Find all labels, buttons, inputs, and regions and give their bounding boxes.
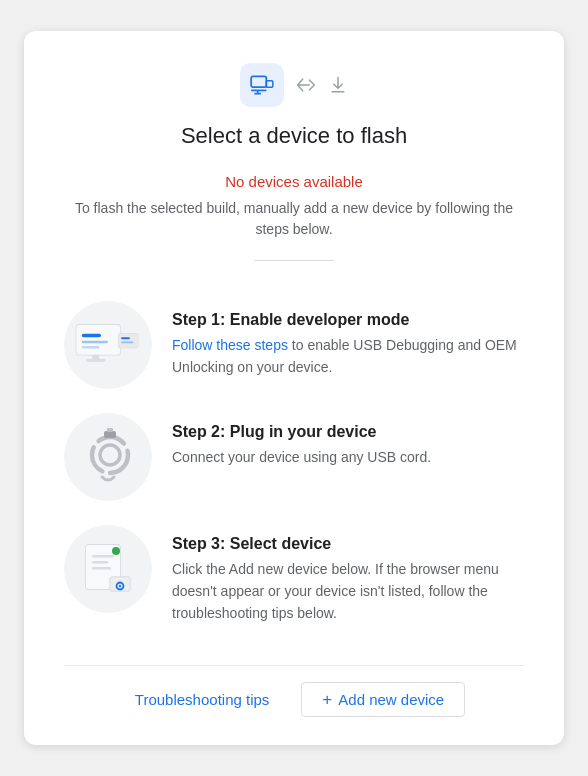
svg-point-17	[100, 445, 120, 465]
step-1-desc: Follow these steps to enable USB Debuggi…	[172, 335, 524, 378]
follow-steps-link[interactable]: Follow these steps	[172, 337, 288, 353]
svg-rect-13	[119, 334, 138, 348]
troubleshooting-button[interactable]: Troubleshooting tips	[123, 683, 282, 716]
divider	[254, 260, 334, 261]
step-3-title: Step 3: Select device	[172, 535, 524, 553]
svg-rect-18	[104, 431, 116, 438]
step-3-desc: Click the Add new device below. If the b…	[172, 559, 524, 624]
svg-rect-8	[82, 341, 108, 344]
svg-rect-23	[92, 561, 108, 564]
svg-rect-15	[121, 342, 133, 344]
step-3: Step 3: Select device Click the Add new …	[64, 513, 524, 636]
step-1-icon	[64, 301, 152, 389]
step-2-icon	[64, 413, 152, 501]
svg-point-25	[112, 547, 120, 555]
add-device-button[interactable]: + Add new device	[301, 682, 465, 717]
plus-icon: +	[322, 691, 332, 708]
step-2-desc: Connect your device using any USB cord.	[172, 447, 524, 469]
device-icon	[240, 63, 284, 107]
svg-rect-7	[82, 334, 101, 338]
svg-rect-1	[266, 81, 273, 88]
steps-list: Step 1: Enable developer mode Follow the…	[64, 289, 524, 636]
add-device-label: Add new device	[338, 691, 444, 708]
svg-point-16	[92, 437, 128, 473]
download-icon	[328, 75, 348, 95]
page-title: Select a device to flash	[64, 123, 524, 149]
step-1-content: Step 1: Enable developer mode Follow the…	[172, 301, 524, 378]
arrow-icon	[296, 75, 316, 95]
svg-rect-11	[86, 359, 105, 362]
step-2-title: Step 2: Plug in your device	[172, 423, 524, 441]
no-devices-status: No devices available	[64, 173, 524, 190]
step-3-content: Step 3: Select device Click the Add new …	[172, 525, 524, 624]
svg-rect-6	[77, 325, 121, 355]
step-3-icon	[64, 525, 152, 613]
svg-rect-9	[82, 346, 100, 349]
svg-rect-24	[92, 567, 111, 570]
svg-rect-19	[107, 428, 113, 432]
no-devices-description: To flash the selected build, manually ad…	[64, 198, 524, 240]
footer: Troubleshooting tips + Add new device	[64, 665, 524, 717]
svg-rect-14	[121, 338, 130, 340]
svg-point-29	[119, 585, 121, 587]
svg-rect-22	[92, 555, 114, 558]
step-2: Step 2: Plug in your device Connect your…	[64, 401, 524, 513]
svg-rect-0	[251, 77, 266, 88]
step-2-content: Step 2: Plug in your device Connect your…	[172, 413, 524, 469]
top-icons	[64, 63, 524, 107]
svg-rect-10	[92, 355, 99, 359]
step-1-title: Step 1: Enable developer mode	[172, 311, 524, 329]
main-card: Select a device to flash No devices avai…	[24, 31, 564, 744]
step-1: Step 1: Enable developer mode Follow the…	[64, 289, 524, 401]
